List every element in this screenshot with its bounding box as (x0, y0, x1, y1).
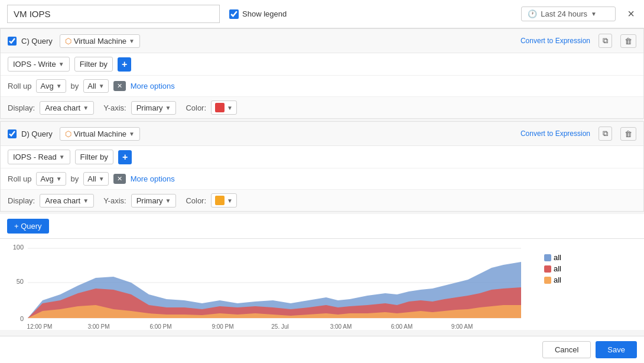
query-c-rollup-func-chevron: ▼ (56, 83, 62, 89)
query-c-metric-dropdown[interactable]: IOPS - Write ▼ (8, 57, 70, 72)
vm-icon-c: ⬡ (65, 37, 71, 46)
query-d-yaxis-dropdown[interactable]: Primary ▼ (131, 194, 177, 208)
query-c-resource-dropdown[interactable]: ⬡ Virtual Machine ▼ (60, 34, 140, 48)
query-d-chart-type-dropdown[interactable]: Area chart ▼ (40, 194, 94, 208)
query-c-header: C) Query ⬡ Virtual Machine ▼ Convert to … (1, 29, 643, 53)
query-d-filter-button[interactable]: Filter by (75, 150, 113, 164)
query-d-rollup-by-dropdown[interactable]: All ▼ (83, 172, 108, 186)
query-d-header: D) Query ⬡ Virtual Machine ▼ Convert to … (1, 122, 643, 146)
query-d-delete-button[interactable]: 🗑 (620, 127, 636, 141)
content-area: C) Query ⬡ Virtual Machine ▼ Convert to … (0, 28, 644, 336)
query-d-color-picker[interactable]: ▼ (211, 193, 237, 208)
header: Show legend 🕐 Last 24 hours ▼ × (0, 0, 644, 28)
query-d-rollup-label: Roll up (8, 174, 31, 183)
query-c-metric-label: IOPS - Write (13, 60, 56, 69)
query-d-convert-link[interactable]: Convert to Expression (521, 129, 590, 138)
query-d-by-label: by (71, 174, 79, 183)
legend-item-1: all (544, 253, 561, 262)
time-range-selector[interactable]: 🕐 Last 24 hours ▼ (521, 7, 616, 21)
query-c-metric-row: IOPS - Write ▼ Filter by + (1, 53, 643, 76)
query-d-rollup-by-chevron: ▼ (99, 176, 105, 182)
query-d-checkbox[interactable] (8, 129, 17, 138)
query-d-resource-label: Virtual Machine (74, 129, 126, 138)
close-button[interactable]: × (625, 7, 637, 21)
save-button[interactable]: Save (596, 341, 637, 358)
query-d-color-label: Color: (186, 196, 206, 205)
chart-container: 100 50 0 12:00 PM 3:00 PM 6:00 PM 9:00 P… (0, 239, 644, 330)
query-c-yaxis-label: Y-axis: (103, 103, 126, 112)
query-c-checkbox[interactable] (8, 37, 17, 46)
svg-text:25. Jul: 25. Jul (271, 323, 288, 330)
query-c-rollup-by-dropdown[interactable]: All ▼ (83, 79, 108, 93)
legend-label-1: all (554, 253, 561, 262)
query-d-display-row: Display: Area chart ▼ Y-axis: Primary ▼ … (1, 190, 643, 211)
svg-text:9:00 AM: 9:00 AM (451, 323, 473, 330)
query-d-rollup-func-dropdown[interactable]: Avg ▼ (36, 172, 66, 186)
legend-label-3: all (554, 276, 561, 284)
query-c-yaxis-value: Primary (136, 103, 163, 112)
query-c-color-chevron: ▼ (227, 105, 233, 111)
query-c-yaxis-chevron: ▼ (165, 105, 171, 111)
query-d-metric-label: IOPS - Read (13, 153, 57, 161)
query-c-rollup-by-label: All (87, 82, 96, 90)
query-d-chart-type-label: Area chart (45, 196, 80, 205)
query-d-color-chevron: ▼ (227, 197, 233, 204)
clock-icon: 🕐 (528, 9, 537, 18)
svg-text:6:00 AM: 6:00 AM (391, 323, 413, 330)
query-c-metric-chevron: ▼ (58, 61, 64, 67)
query-c-filter-button[interactable]: Filter by (74, 57, 113, 72)
svg-text:9:00 PM: 9:00 PM (212, 323, 233, 330)
query-c-convert-link[interactable]: Convert to Expression (521, 37, 590, 45)
show-legend-checkbox[interactable] (229, 9, 239, 19)
query-c-add-filter-button[interactable]: + (118, 57, 131, 72)
svg-text:100: 100 (13, 244, 24, 251)
svg-text:6:00 PM: 6:00 PM (149, 323, 171, 330)
query-c-copy-button[interactable]: ⧉ (599, 34, 612, 48)
query-c-rollup-func-label: Avg (40, 82, 53, 90)
query-c-display-label: Display: (8, 103, 35, 112)
query-c-rollup-label: Roll up (8, 82, 31, 90)
legend-item-2: all (544, 264, 561, 273)
query-c-yaxis-dropdown[interactable]: Primary ▼ (131, 101, 177, 115)
query-d-rollup-func-chevron: ▼ (56, 176, 62, 182)
svg-text:12:00 PM: 12:00 PM (27, 323, 53, 330)
query-d-yaxis-label: Y-axis: (103, 196, 126, 205)
query-c-color-swatch (215, 103, 225, 112)
query-d-display-label: Display: (8, 196, 35, 205)
title-input[interactable] (7, 5, 220, 23)
query-c-rollup-func-dropdown[interactable]: Avg ▼ (36, 79, 66, 93)
query-d-clear-button[interactable]: ✕ (113, 174, 126, 184)
cancel-button[interactable]: Cancel (542, 341, 591, 358)
query-d-rollup-func-label: Avg (40, 174, 53, 183)
query-d-metric-dropdown[interactable]: IOPS - Read ▼ (8, 150, 70, 164)
query-c-chart-type-chevron: ▼ (83, 105, 89, 111)
query-d-metric-row: IOPS - Read ▼ Filter by + (1, 146, 643, 168)
query-c-color-picker[interactable]: ▼ (211, 101, 237, 115)
query-c-resource-chevron: ▼ (129, 38, 135, 44)
show-legend-text: Show legend (242, 9, 287, 18)
add-query-button[interactable]: + Query (7, 219, 49, 234)
query-c-delete-button[interactable]: 🗑 (620, 34, 636, 48)
legend-color-2 (544, 265, 551, 273)
query-c-label: C) Query (21, 37, 53, 46)
query-d-more-options-link[interactable]: More options (131, 174, 175, 183)
svg-text:0: 0 (20, 315, 24, 322)
query-c-chart-type-dropdown[interactable]: Area chart ▼ (40, 101, 94, 115)
query-d-resource-dropdown[interactable]: ⬡ Virtual Machine ▼ (60, 127, 140, 141)
query-c-display-row: Display: Area chart ▼ Y-axis: Primary ▼ … (1, 97, 643, 118)
show-legend-label: Show legend (229, 9, 287, 19)
query-c-chart-type-label: Area chart (45, 103, 80, 112)
query-d-yaxis-chevron: ▼ (165, 197, 171, 204)
query-d-copy-button[interactable]: ⧉ (599, 127, 612, 141)
query-c-clear-button[interactable]: ✕ (113, 81, 126, 91)
legend-color-1 (544, 254, 551, 261)
chart-svg: 100 50 0 12:00 PM 3:00 PM 6:00 PM 9:00 P… (7, 241, 527, 330)
query-d-rollup-row: Roll up Avg ▼ by All ▼ ✕ More options (1, 168, 643, 190)
query-d-add-filter-button[interactable]: + (118, 150, 132, 164)
query-c-by-label: by (71, 82, 79, 90)
query-d-rollup-by-label: All (87, 174, 96, 183)
query-c-rollup-row: Roll up Avg ▼ by All ▼ ✕ More options (1, 76, 643, 97)
query-c-more-options-link[interactable]: More options (131, 82, 175, 90)
query-d-label: D) Query (21, 129, 53, 138)
query-d-yaxis-value: Primary (136, 196, 163, 205)
